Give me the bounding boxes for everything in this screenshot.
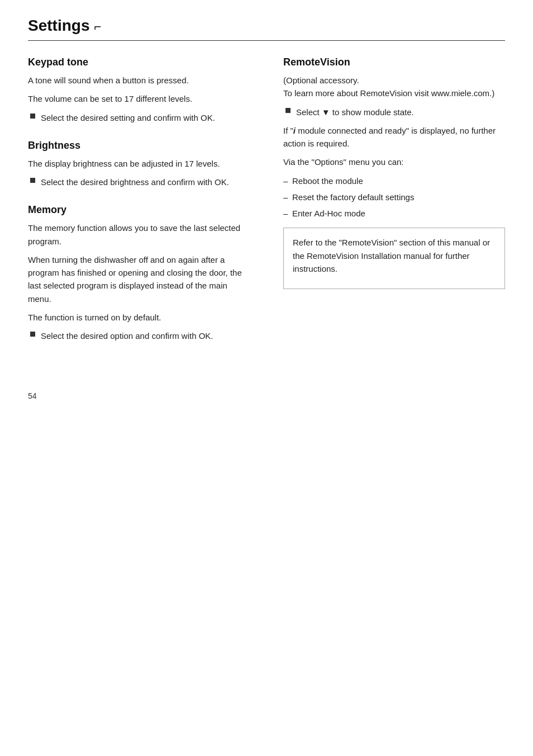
section-keypad-tone: Keypad tone A tone will sound when a but… [28, 56, 250, 124]
brightness-bullet-1: Select the desired brightness and confir… [28, 176, 250, 188]
keypad-tone-body: A tone will sound when a button is press… [28, 74, 250, 124]
remotevision-select-bullet: Select ▼ to show module state. [283, 106, 505, 119]
remotevision-title: RemoteVision [283, 56, 505, 68]
section-memory: Memory The memory function allows you to… [28, 204, 250, 342]
brightness-title: Brightness [28, 140, 250, 152]
keypad-tone-para-2: The volume can be set to 17 different le… [28, 92, 250, 105]
page-header: Settings ⌐ [28, 17, 505, 41]
dash-item-reboot: Reboot the module [283, 174, 505, 187]
memory-bullet-1: Select the desired option and confirm wi… [28, 329, 250, 342]
brightness-body: The display brightness can be adjusted i… [28, 157, 250, 189]
remotevision-via-text: Via the "Options" menu you can: [283, 155, 505, 168]
keypad-tone-para-1: A tone will sound when a button is press… [28, 74, 250, 87]
memory-para-1: The memory function allows you to save t… [28, 221, 250, 248]
keypad-tone-bullet-text: Select the desired setting and confirm w… [41, 111, 215, 124]
dash-item-reset: Reset the factory default settings [283, 191, 505, 204]
section-remotevision: RemoteVision (Optional accessory.To lear… [283, 56, 505, 289]
title-text: Settings [28, 17, 89, 34]
remotevision-connected-text: If "i module connected and ready" is dis… [283, 124, 505, 150]
remotevision-body: (Optional accessory.To learn more about … [283, 74, 505, 289]
bullet-icon [30, 114, 35, 119]
left-column: Keypad tone A tone will sound when a but… [28, 56, 255, 358]
remotevision-select-text: Select ▼ to show module state. [296, 106, 414, 119]
remotevision-para-1: (Optional accessory.To learn more about … [283, 74, 505, 100]
brightness-para-1: The display brightness can be adjusted i… [28, 157, 250, 170]
info-box: Refer to the "RemoteVision" section of t… [283, 228, 505, 289]
info-box-text: Refer to the "RemoteVision" section of t… [293, 236, 496, 275]
brightness-bullet-text: Select the desired brightness and confir… [41, 176, 229, 188]
bullet-icon [30, 178, 35, 183]
dash-item-adhoc: Enter Ad-Hoc mode [283, 207, 505, 220]
page-title: Settings ⌐ [28, 17, 505, 35]
memory-bullet-text: Select the desired option and confirm wi… [41, 329, 213, 342]
keypad-tone-title: Keypad tone [28, 56, 250, 68]
right-column: RemoteVision (Optional accessory.To lear… [278, 56, 505, 358]
main-content: Keypad tone A tone will sound when a but… [28, 56, 505, 358]
page-number: 54 [28, 391, 505, 400]
memory-para-2: When turning the dishwasher off and on a… [28, 253, 250, 305]
bullet-icon [30, 332, 35, 337]
bullet-icon [285, 108, 291, 113]
memory-title: Memory [28, 204, 250, 216]
title-symbol: ⌐ [94, 20, 101, 34]
section-brightness: Brightness The display brightness can be… [28, 140, 250, 189]
keypad-tone-bullet-1: Select the desired setting and confirm w… [28, 111, 250, 124]
italic-i-icon: i [293, 126, 296, 135]
options-dash-list: Reboot the module Reset the factory defa… [283, 174, 505, 220]
memory-para-3: The function is turned on by default. [28, 311, 250, 324]
memory-body: The memory function allows you to save t… [28, 221, 250, 342]
